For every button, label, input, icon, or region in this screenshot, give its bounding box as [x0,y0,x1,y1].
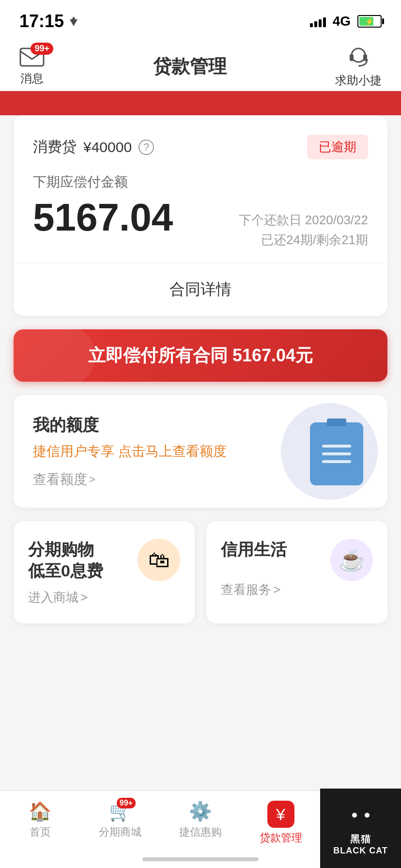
shopping-card-top: 分期购物低至0息费 🛍 [28,539,180,589]
tab-benefits[interactable]: ⚙️ 捷信惠购 [160,801,241,839]
loan-tab-icon-wrap: ¥ [267,801,294,828]
headset-icon [346,46,371,71]
mall-badge: 99+ [117,798,136,808]
clipboard-top [327,418,346,426]
tab-loan[interactable]: ¥ 贷款管理 [241,801,321,845]
loan-type: 消费贷 ¥40000 ? [33,137,154,157]
status-bar: 17:15 4G ⚡ [0,0,401,43]
svg-rect-2 [350,54,354,61]
cat-ear-left [347,793,356,804]
help-button[interactable]: 求助小捷 [335,46,382,88]
message-icon-wrap: 99+ [19,47,45,69]
signal-icon [310,16,326,27]
clipboard-line-3 [322,460,351,463]
black-cat-text-top: 黑猫 [350,833,371,846]
tab-mall-label: 分期商城 [99,825,141,839]
clipboard-line-1 [322,445,351,448]
next-date-info: 下个还款日 2020/03/22 [239,212,368,229]
network-type: 4G [333,14,351,29]
coffee-icon: ☕ [330,539,373,581]
svg-point-1 [352,48,365,62]
repayment-progress: 已还24期/剩余21期 [239,232,368,248]
quota-illustration [281,413,368,490]
top-nav: 99+ 消息 贷款管理 求助小捷 [0,43,401,91]
tab-benefits-label: 捷信惠购 [179,825,222,839]
black-cat-bg: 黑猫 BLACK CAT [320,789,401,868]
status-right: 4G ⚡ [310,14,382,29]
loan-card: 消费贷 ¥40000 ? 已逾期 下期应偿付金额 5167.04 下个还款日 2… [14,115,387,316]
quota-title: 我的额度 [33,414,227,436]
mall-icon: 🛒 99+ [109,801,132,822]
shopping-card[interactable]: 分期购物低至0息费 🛍 进入商城 > [14,521,195,623]
contract-detail-button[interactable]: 合同详情 [33,264,368,316]
life-card[interactable]: 信用生活 ☕ 查看服务 > [206,521,387,623]
time-display: 17:15 [19,11,64,31]
home-indicator [142,857,259,861]
loan-type-label: 消费贷 [33,137,77,157]
bottom-cards-row: 分期购物低至0息费 🛍 进入商城 > 信用生活 ☕ 查看服务 > [14,521,387,623]
black-cat-watermark: 黑猫 BLACK CAT [320,789,401,868]
black-cat-label: 黑猫 BLACK CAT [333,833,388,856]
quota-card[interactable]: 我的额度 捷信用户专享 点击马上查看额度 查看额度 > [14,395,387,508]
life-link[interactable]: 查看服务 > [221,581,373,598]
message-label: 消息 [20,71,44,86]
battery-icon: ⚡ [357,15,382,28]
loan-right-info: 下个还款日 2020/03/22 已还24期/剩余21期 [239,212,368,248]
life-arrow-icon: > [273,582,280,597]
tab-home[interactable]: 🏠 首页 [0,801,80,839]
tab-loan-label: 贷款管理 [260,831,302,845]
shopping-arrow-icon: > [80,590,88,605]
quota-view-link[interactable]: 查看额度 > [33,470,227,489]
quota-text: 我的额度 捷信用户专享 点击马上查看额度 查看额度 > [33,414,227,489]
next-pay-label: 下期应偿付金额 [33,173,368,191]
life-card-title: 信用生活 [221,539,287,560]
tab-mall[interactable]: 🛒 99+ 分期商城 [80,801,161,839]
pay-all-button[interactable]: 立即偿付所有合同 5167.04元 [14,329,387,382]
cat-figure [344,801,378,830]
pay-button-text: 立即偿付所有合同 5167.04元 [88,344,313,368]
home-icon: 🏠 [29,801,51,822]
shopping-link[interactable]: 进入商城 > [28,589,180,606]
clipboard-line-2 [322,452,351,455]
next-pay-amount: 5167.04 [33,196,173,239]
cat-eye-left [352,813,357,818]
message-badge: 99+ [31,43,53,55]
main-content: 消费贷 ¥40000 ? 已逾期 下期应偿付金额 5167.04 下个还款日 2… [0,115,401,647]
quota-link[interactable]: 捷信用户专享 点击马上查看额度 [33,442,227,461]
cat-head [344,801,378,830]
shopping-card-title: 分期购物低至0息费 [28,539,103,581]
charging-icon: ⚡ [365,17,374,26]
benefits-icon: ⚙️ [189,801,212,822]
quota-clipboard-icon [310,422,363,485]
shopping-bag-icon: 🛍 [138,539,180,581]
overdue-badge: 已逾期 [307,135,368,159]
page-title: 贷款管理 [153,54,227,79]
loan-main-row: 5167.04 下个还款日 2020/03/22 已还24期/剩余21期 [33,196,368,248]
life-card-top: 信用生活 ☕ [221,539,373,581]
quota-arrow-icon: > [89,473,95,486]
loan-card-header: 消费贷 ¥40000 ? 已逾期 [33,135,368,159]
black-cat-text-bottom: BLACK CAT [333,846,388,856]
loan-amount-label: ¥40000 [83,139,132,155]
cat-eyes [352,813,370,818]
message-button[interactable]: 99+ 消息 [19,47,45,86]
location-icon [68,16,79,27]
help-label: 求助小捷 [335,73,382,88]
tab-home-label: 首页 [30,825,51,839]
loan-help-icon[interactable]: ? [139,140,154,155]
status-time: 17:15 [19,11,79,31]
cat-ear-right [365,793,375,804]
cat-eye-right [365,813,370,818]
loan-tab-yen-icon: ¥ [276,805,285,824]
